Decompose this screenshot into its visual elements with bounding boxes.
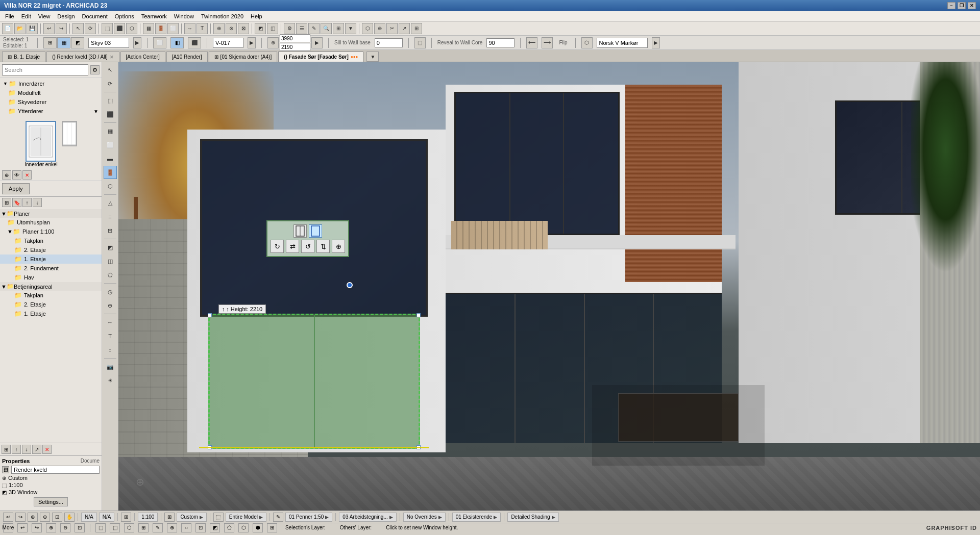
tool-fill[interactable]: ◩ (104, 241, 117, 254)
tb-ext5[interactable]: ⊞ (411, 23, 422, 34)
layer-nav1[interactable]: ⊞ (2, 198, 11, 207)
layer-btn1[interactable]: ⊞ (2, 445, 11, 454)
bs-pan[interactable]: ⊡ (75, 523, 85, 532)
layer-nav4[interactable]: ↓ (33, 198, 42, 207)
tb-misc4[interactable]: 🔍 (321, 23, 332, 34)
arbeid-arrow[interactable]: ▶ (389, 515, 393, 520)
bs-btn4[interactable]: ⊞ (138, 523, 149, 532)
tool-arrow[interactable]: ↖ (104, 63, 117, 77)
view-name-field[interactable]: Skyv 03 (88, 38, 129, 48)
tool-label[interactable]: ◷ (104, 285, 117, 298)
coord-y-field[interactable] (280, 43, 310, 51)
tb-snap3[interactable]: ⊠ (238, 23, 249, 34)
status-redo[interactable]: ↪ (15, 513, 26, 522)
tool-door[interactable]: 🚪 (104, 166, 117, 179)
tb-misc1[interactable]: ⚙ (284, 23, 295, 34)
door-top-handle[interactable] (347, 282, 353, 288)
layer-item-1etasjeb[interactable]: 📁 1. Etasje (0, 309, 102, 318)
bs-btn11[interactable]: ⬡ (238, 523, 249, 532)
tb-snap2[interactable]: ⊗ (226, 23, 237, 34)
eksisterende-arrow[interactable]: ▶ (494, 515, 497, 520)
popup-rotate-cw[interactable]: ↻ (271, 240, 284, 253)
tb-undo[interactable]: ↩ (43, 23, 55, 34)
status-penner[interactable]: 01 Penner 1:50 ▶ (285, 513, 332, 522)
tool-camera[interactable]: 📷 (104, 360, 117, 373)
minimize-button[interactable]: − (947, 2, 955, 9)
vc-grid[interactable]: ⊞ (43, 37, 57, 48)
tb-door[interactable]: 🚪 (155, 23, 166, 34)
tool-level[interactable]: ↕ (104, 343, 117, 356)
door-thumb-single[interactable] (26, 121, 56, 162)
tb-redo[interactable]: ↪ (56, 23, 67, 34)
status-model-icon[interactable]: ⬚ (213, 513, 224, 522)
tb-save[interactable]: 💾 (27, 23, 38, 34)
layer-item-takplan2[interactable]: 📁 Takplan (0, 291, 102, 300)
coord-x-field[interactable] (280, 34, 310, 42)
more-button[interactable]: More (3, 523, 13, 532)
layer-nav3[interactable]: ↑ (22, 198, 32, 207)
dt-btn3[interactable]: ✕ (22, 170, 32, 180)
camera-code-field[interactable]: V-017 (213, 38, 243, 48)
layer-item-hav[interactable]: 📁 Hav (0, 273, 102, 282)
prop-value-1[interactable]: Render kveld (11, 466, 100, 474)
view-label-field[interactable]: Norsk V Markør (597, 38, 648, 48)
tb-ext4[interactable]: ↗ (399, 23, 410, 34)
tb-text[interactable]: T (197, 23, 208, 34)
layer-btn5[interactable]: ✕ (42, 445, 52, 454)
vc-plan[interactable]: ⬜ (153, 37, 166, 48)
menu-window[interactable]: Window (171, 12, 197, 20)
tb-ext1[interactable]: ⬡ (362, 23, 373, 34)
tb-ext3[interactable]: ✂ (386, 23, 398, 34)
vc-section[interactable]: ◧ (170, 37, 184, 48)
layer-item-fundament[interactable]: 📁 2. Fundament (0, 264, 102, 273)
menu-edit[interactable]: Edit (18, 12, 34, 20)
bs-btn5[interactable]: ✎ (153, 523, 163, 532)
restore-button[interactable]: ❐ (958, 2, 966, 9)
status-custom[interactable]: Custom ▶ (177, 513, 206, 522)
bs-btn7[interactable]: ↔ (181, 523, 191, 532)
tab-overflow[interactable]: ▼ (366, 52, 379, 62)
popup-btn-double[interactable] (309, 224, 322, 238)
tab-action-center[interactable]: [Action Center] (120, 52, 165, 62)
status-pen-icon[interactable]: ✎ (273, 513, 283, 522)
popup-btn-single[interactable] (293, 224, 307, 238)
tb-new[interactable]: 📄 (2, 23, 13, 34)
status-arbeid[interactable]: 03 Arbeidstegning... ▶ (339, 513, 396, 522)
tool-rotate[interactable]: ⟳ (104, 77, 117, 90)
status-entire-model[interactable]: Entire Model ▶ (226, 513, 266, 522)
status-misc1[interactable]: ⊞ (121, 513, 131, 522)
selected-door[interactable] (208, 314, 420, 449)
apply-button[interactable]: Apply (2, 183, 30, 194)
tool-text[interactable]: T (104, 329, 117, 343)
layer-item-2etasje[interactable]: 📁 2. Etasje (0, 245, 102, 254)
tree-item-innerdorer[interactable]: ▼ 📁 Innerdører (1, 79, 101, 88)
penner-arrow[interactable]: ▶ (325, 515, 329, 520)
tool-stair[interactable]: ≡ (104, 210, 117, 223)
tree-item-modul[interactable]: 📁 Modulfelt (1, 88, 101, 97)
camera-arrow[interactable]: ▶ (248, 37, 256, 48)
layer-btn3[interactable]: ↓ (22, 445, 31, 454)
menu-design[interactable]: Design (54, 12, 78, 20)
menu-twinmotion[interactable]: Twinmotion 2020 (198, 12, 247, 20)
status-fit[interactable]: ⊡ (52, 513, 62, 522)
bs-zoom2[interactable]: ⊖ (60, 523, 70, 532)
layer-btn2[interactable]: ↑ (12, 445, 21, 454)
layer-item-utomhus[interactable]: 📁 Utomhusplan (0, 218, 102, 227)
shading-arrow[interactable]: ▶ (552, 515, 555, 520)
popup-flip-v[interactable]: ⇅ (316, 240, 330, 253)
status-scale[interactable]: 1:100 (138, 513, 158, 522)
bs-btn2[interactable]: ⬚ (110, 523, 120, 532)
tb-arrow[interactable]: ↖ (72, 23, 84, 34)
tab-close-2[interactable]: ✕ (110, 55, 114, 60)
bs-btn6[interactable]: ⊕ (167, 523, 177, 532)
menu-teamwork[interactable]: Teamwork (138, 12, 170, 20)
status-shading[interactable]: Detailed Shading ▶ (507, 513, 558, 522)
status-zoom-out[interactable]: ⊖ (40, 513, 50, 522)
expand-innerdorer[interactable]: ▼ (3, 81, 8, 86)
tree-item-ytterdorer[interactable]: 📁 Ytterdører ▼ (1, 107, 101, 116)
tool-column[interactable]: ⬜ (104, 138, 117, 151)
tb-open[interactable]: 📂 (14, 23, 26, 34)
tool-mesh[interactable]: ⬠ (104, 268, 117, 282)
bs-btn1[interactable]: ⬚ (95, 523, 106, 532)
expand-ytterdorer[interactable]: ▼ (93, 109, 99, 114)
